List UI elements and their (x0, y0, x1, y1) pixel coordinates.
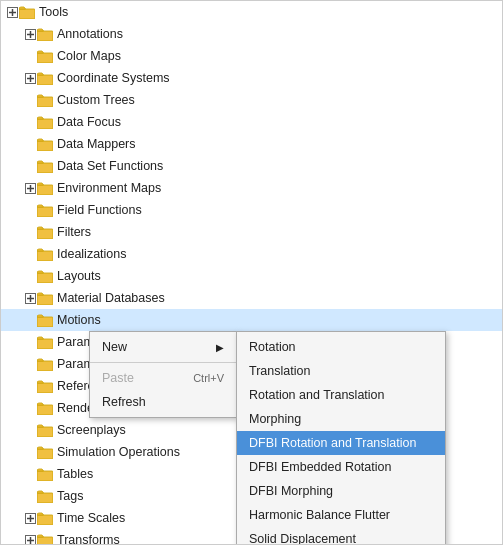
tree-item-idealizations[interactable]: Idealizations (1, 243, 502, 265)
context-menu: New ▶ Paste Ctrl+V Refresh (89, 331, 237, 418)
folder-icon-simulation-operations (37, 445, 53, 459)
expander-transforms[interactable] (23, 533, 37, 545)
expander-tools[interactable] (5, 5, 19, 19)
folder-icon-data-set-functions (37, 159, 53, 173)
expander-time-scales[interactable] (23, 511, 37, 525)
svg-rect-12 (37, 75, 53, 85)
folder-icon-layouts (37, 269, 53, 283)
submenu-item-harmonic-balance-flutter[interactable]: Harmonic Balance Flutter (237, 503, 445, 527)
expander-environment-maps[interactable] (23, 181, 37, 195)
svg-rect-7 (37, 31, 53, 41)
submenu-item-dfbi-rotation-translation[interactable]: DFBI Rotation and Translation (237, 431, 445, 455)
svg-rect-45 (37, 537, 53, 546)
svg-rect-3 (19, 9, 35, 19)
tree-item-coordinate-systems[interactable]: Coordinate Systems (1, 67, 502, 89)
submenu-item-rotation[interactable]: Rotation (237, 335, 445, 359)
tree-item-tools[interactable]: Tools (1, 1, 502, 23)
folder-icon-screenplays (37, 423, 53, 437)
svg-rect-32 (37, 383, 53, 393)
context-menu-paste-shortcut: Ctrl+V (193, 372, 224, 384)
item-label-tools: Tools (39, 5, 68, 19)
svg-rect-24 (37, 273, 53, 283)
item-label-tables: Tables (57, 467, 93, 481)
svg-rect-8 (37, 53, 53, 63)
context-menu-new-label: New (102, 340, 127, 354)
tree-item-data-set-functions[interactable]: Data Set Functions (1, 155, 502, 177)
context-menu-paste[interactable]: Paste Ctrl+V (90, 366, 236, 390)
expander-coordinate-systems[interactable] (23, 71, 37, 85)
svg-rect-15 (37, 141, 53, 151)
item-label-colormaps: Color Maps (57, 49, 121, 63)
submenu-item-dfbi-embedded-rotation[interactable]: DFBI Embedded Rotation (237, 455, 445, 479)
folder-icon-param1 (37, 335, 53, 349)
item-label-idealizations: Idealizations (57, 247, 127, 261)
tree-item-field-functions[interactable]: Field Functions (1, 199, 502, 221)
tree-panel: Tools Annotations Color Maps Coordinate … (0, 0, 503, 545)
svg-rect-31 (37, 361, 53, 371)
svg-rect-13 (37, 97, 53, 107)
context-menu-new-arrow: ▶ (216, 342, 224, 353)
svg-rect-14 (37, 119, 53, 129)
tree-item-material-databases[interactable]: Material Databases (1, 287, 502, 309)
svg-rect-16 (37, 163, 53, 173)
menu-separator (90, 362, 236, 363)
item-label-material-databases: Material Databases (57, 291, 165, 305)
submenu-item-translation[interactable]: Translation (237, 359, 445, 383)
folder-icon-tags (37, 489, 53, 503)
folder-icon-tables (37, 467, 53, 481)
folder-icon-data-mappers (37, 137, 53, 151)
folder-icon-material-databases (37, 291, 53, 305)
item-label-tags: Tags (57, 489, 83, 503)
svg-rect-23 (37, 251, 53, 261)
folder-icon-filters (37, 225, 53, 239)
tree-item-data-focus[interactable]: Data Focus (1, 111, 502, 133)
submenu-item-dfbi-morphing[interactable]: DFBI Morphing (237, 479, 445, 503)
context-menu-refresh[interactable]: Refresh (90, 390, 236, 414)
folder-icon-tools (19, 5, 35, 19)
item-label-filters: Filters (57, 225, 91, 239)
item-label-simulation-operations: Simulation Operations (57, 445, 180, 459)
folder-icon-colormaps (37, 49, 53, 63)
item-label-custom-trees: Custom Trees (57, 93, 135, 107)
svg-rect-22 (37, 229, 53, 239)
folder-icon-environment-maps (37, 181, 53, 195)
svg-rect-34 (37, 427, 53, 437)
submenu-item-solid-displacement[interactable]: Solid Displacement (237, 527, 445, 545)
tree-item-colormaps[interactable]: Color Maps (1, 45, 502, 67)
tree-item-layouts[interactable]: Layouts (1, 265, 502, 287)
tree-item-data-mappers[interactable]: Data Mappers (1, 133, 502, 155)
item-label-time-scales: Time Scales (57, 511, 125, 525)
tree-item-filters[interactable]: Filters (1, 221, 502, 243)
svg-rect-20 (37, 185, 53, 195)
svg-rect-41 (37, 515, 53, 525)
svg-rect-28 (37, 295, 53, 305)
folder-icon-idealizations (37, 247, 53, 261)
tree-item-motions[interactable]: Motions (1, 309, 502, 331)
submenu-item-rotation-translation[interactable]: Rotation and Translation (237, 383, 445, 407)
item-label-data-set-functions: Data Set Functions (57, 159, 163, 173)
expander-material-databases[interactable] (23, 291, 37, 305)
folder-icon-custom-trees (37, 93, 53, 107)
item-label-motions: Motions (57, 313, 101, 327)
context-menu-new[interactable]: New ▶ (90, 335, 236, 359)
context-menu-refresh-label: Refresh (102, 395, 146, 409)
tree-item-annotations[interactable]: Annotations (1, 23, 502, 45)
tree-item-custom-trees[interactable]: Custom Trees (1, 89, 502, 111)
svg-rect-33 (37, 405, 53, 415)
submenu-item-morphing[interactable]: Morphing (237, 407, 445, 431)
item-label-environment-maps: Environment Maps (57, 181, 161, 195)
item-label-field-functions: Field Functions (57, 203, 142, 217)
item-label-coordinate-systems: Coordinate Systems (57, 71, 170, 85)
svg-rect-36 (37, 471, 53, 481)
tree-item-environment-maps[interactable]: Environment Maps (1, 177, 502, 199)
item-label-data-focus: Data Focus (57, 115, 121, 129)
svg-rect-37 (37, 493, 53, 503)
expander-annotations[interactable] (23, 27, 37, 41)
folder-icon-transforms (37, 533, 53, 545)
folder-icon-reference (37, 379, 53, 393)
folder-icon-field-functions (37, 203, 53, 217)
item-label-layouts: Layouts (57, 269, 101, 283)
svg-rect-35 (37, 449, 53, 459)
folder-icon-motions (37, 313, 53, 327)
item-label-transforms: Transforms (57, 533, 120, 545)
